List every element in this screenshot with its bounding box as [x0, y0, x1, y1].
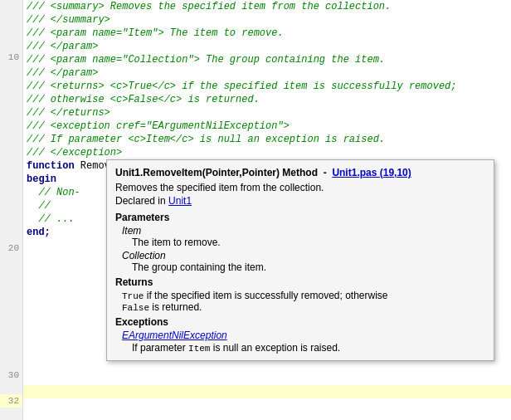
code-line-11: /// If parameter <c>Item</c> is null an … [23, 133, 511, 146]
code-line-1: /// <summary> Removes the specified item… [23, 0, 511, 13]
line-num-11 [0, 127, 22, 139]
tooltip-exception-param: Item [188, 344, 210, 354]
tooltip-description: Removes the specified item from the coll… [115, 182, 485, 193]
line-num-25 [0, 305, 22, 318]
line-num-4 [0, 38, 22, 51]
code-line-8: /// otherwise <c>False</c> is returned. [23, 93, 511, 106]
line-num-3 [0, 26, 22, 38]
line-num-33 [0, 408, 22, 420]
code-editor[interactable]: /// <summary> Removes the specified item… [23, 0, 511, 420]
line-num-28 [0, 344, 22, 356]
line-num-6 [0, 64, 22, 76]
code-line-10: /// <exception cref="EArgumentNilExcepti… [23, 120, 511, 133]
tooltip-param2-name: Collection [122, 250, 485, 261]
code-line-33 [23, 398, 511, 412]
tooltip-exception-desc: If parameter Item is null an exception i… [132, 342, 485, 354]
code-line-6: /// </param> [23, 66, 511, 80]
line-num-8 [0, 89, 22, 101]
line-num-12 [0, 140, 22, 153]
line-num-10: 10 [0, 51, 22, 63]
tooltip-method-name: Unit1.RemoveItem(Pointer,Pointer) Method [115, 167, 318, 178]
code-line-12: /// </exception> [23, 146, 511, 159]
tooltip-returns-text2: is returned. [152, 301, 202, 313]
line-num-23 [0, 280, 22, 292]
code-line-9: /// </returns> [23, 106, 511, 120]
line-num-29 [0, 356, 22, 369]
code-line-29 [23, 372, 511, 385]
tooltip-declared-label: Declared in [115, 195, 166, 207]
line-num-24 [0, 293, 22, 305]
line-num-1 [0, 0, 22, 12]
tooltip-exceptions-title: Exceptions [115, 316, 485, 328]
tooltip-returns-text: True if the specified item is successful… [122, 290, 485, 313]
line-num-9 [0, 102, 22, 115]
tooltip-source-link[interactable]: Unit1.pas (19,10) [332, 167, 411, 178]
line-numbers-gutter: 10 20 30 32 [0, 0, 23, 420]
line-num-17 [0, 203, 22, 216]
tooltip-popup: Unit1.RemoveItem(Pointer,Pointer) Method… [106, 159, 494, 361]
code-line-4: /// </param> [23, 40, 511, 53]
tooltip-returns-text1: if the specified item is successfully re… [147, 290, 388, 301]
code-line-5: /// <param name="Collection"> The group … [23, 53, 511, 66]
line-num-16 [0, 191, 22, 203]
line-num-27 [0, 331, 22, 344]
line-num-10b [0, 115, 22, 127]
line-num-32: 32 [0, 394, 22, 407]
tooltip-returns-true: True [122, 291, 144, 301]
line-num-30: 30 [0, 369, 22, 382]
code-line-7: /// <returns> <c>True</c> if the specifi… [23, 80, 511, 93]
tooltip-params-title: Parameters [115, 212, 485, 223]
tooltip-param1-desc: The item to remove. [132, 237, 485, 248]
tooltip-returns-title: Returns [115, 276, 485, 288]
tooltip-declared: Declared in Unit1 [115, 195, 485, 207]
line-num-14 [0, 165, 22, 178]
tooltip-param1-name: Item [122, 225, 485, 237]
line-num-19 [0, 229, 22, 242]
line-num-20: 20 [0, 242, 22, 254]
line-num-31 [0, 382, 22, 394]
tooltip-param2-desc: The group containing the item. [132, 261, 485, 273]
code-line-3: /// <param name="Item"> The item to remo… [23, 27, 511, 40]
code-line-2: /// </summary> [23, 13, 511, 27]
line-num-15 [0, 178, 22, 191]
line-num-7 [0, 76, 22, 89]
tooltip-title: Unit1.RemoveItem(Pointer,Pointer) Method… [115, 167, 485, 178]
tooltip-returns-false: False [122, 303, 149, 313]
code-line-32 [23, 385, 511, 398]
line-num-2 [0, 12, 22, 25]
line-num-13 [0, 153, 22, 165]
line-num-22 [0, 267, 22, 280]
tooltip-exception-link[interactable]: EArgumentNilException [122, 330, 485, 341]
line-num-26 [0, 318, 22, 330]
line-num-21 [0, 255, 22, 267]
tooltip-declared-link[interactable]: Unit1 [168, 195, 192, 207]
line-num-18 [0, 217, 22, 229]
